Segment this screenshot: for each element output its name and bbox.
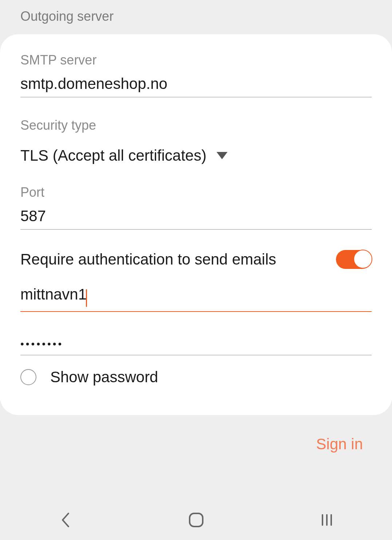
home-icon: [188, 512, 204, 528]
security-field-group: Security type TLS (Accept all certificat…: [20, 118, 372, 164]
auth-toggle-row: Require authentication to send emails: [20, 250, 372, 269]
text-cursor: [86, 289, 87, 307]
chevron-left-icon: [60, 512, 71, 528]
recent-apps-icon: [320, 513, 334, 527]
show-password-label: Show password: [50, 368, 158, 386]
toggle-knob: [353, 250, 372, 269]
port-input[interactable]: [20, 205, 372, 230]
nav-bar: [0, 501, 392, 540]
show-password-row: Show password: [20, 368, 372, 386]
password-input[interactable]: [20, 329, 372, 355]
sign-in-row: Sign in: [0, 415, 392, 453]
card-curve: [0, 397, 392, 415]
password-field-group: [20, 329, 372, 355]
username-input[interactable]: mittnavn1: [20, 286, 87, 303]
port-field-group: Port: [20, 185, 372, 230]
security-dropdown[interactable]: TLS (Accept all certificates): [20, 138, 372, 164]
auth-toggle[interactable]: [336, 250, 372, 269]
sign-in-button[interactable]: Sign in: [316, 435, 363, 453]
home-button[interactable]: [187, 511, 205, 529]
smtp-label: SMTP server: [20, 52, 372, 68]
security-value: TLS (Accept all certificates): [20, 147, 206, 164]
username-field-group: mittnavn1: [20, 283, 372, 312]
smtp-input[interactable]: [20, 73, 372, 97]
show-password-checkbox[interactable]: [20, 369, 36, 385]
svg-rect-0: [190, 513, 203, 527]
auth-label: Require authentication to send emails: [20, 251, 276, 268]
chevron-down-icon: [217, 152, 227, 159]
section-header: Outgoing server: [0, 0, 392, 34]
recent-button[interactable]: [318, 511, 336, 529]
port-label: Port: [20, 185, 372, 200]
security-label: Security type: [20, 118, 372, 133]
smtp-field-group: SMTP server: [20, 52, 372, 97]
back-button[interactable]: [56, 511, 75, 529]
settings-card: SMTP server Security type TLS (Accept al…: [0, 34, 392, 400]
